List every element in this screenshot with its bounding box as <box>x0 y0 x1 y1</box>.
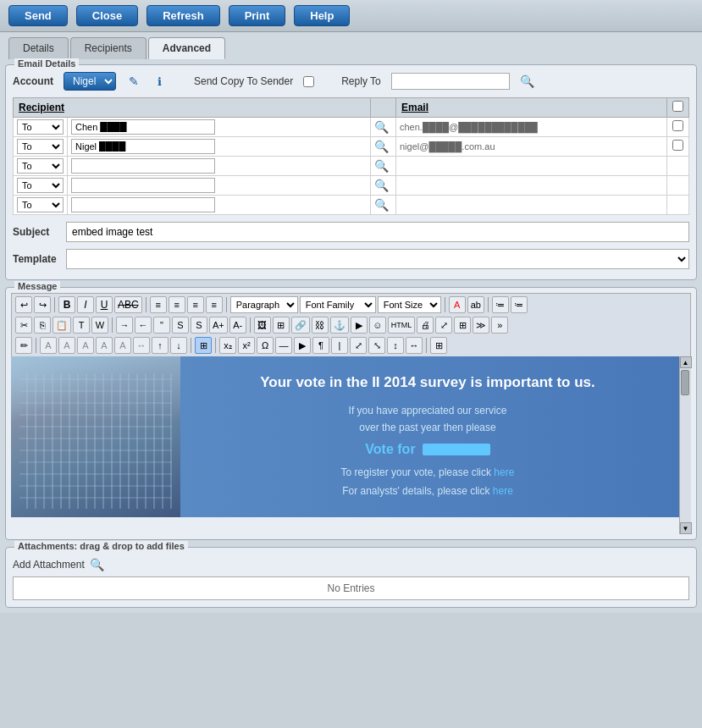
select-all-checkbox[interactable] <box>672 101 683 112</box>
align-center-button[interactable]: ≡ <box>169 296 185 313</box>
send-copy-checkbox[interactable] <box>303 76 314 87</box>
undo-button[interactable]: ↩ <box>15 296 32 313</box>
italic-button[interactable]: I <box>77 296 94 313</box>
format-btn2[interactable]: A <box>58 337 75 354</box>
strikethrough-button[interactable]: ABC <box>114 296 142 313</box>
recipient-type-select[interactable]: ToCCBCC <box>17 197 64 212</box>
template-select[interactable] <box>66 249 689 269</box>
drag-btn4[interactable]: ↔ <box>406 337 423 354</box>
tab-recipients[interactable]: Recipients <box>70 37 146 59</box>
tab-advanced[interactable]: Advanced <box>148 37 225 59</box>
bullet-list-button[interactable]: ≔ <box>492 296 509 313</box>
account-select[interactable]: Nigel <box>64 72 116 91</box>
editor-scrollbar[interactable]: ▲ ▼ <box>679 356 691 534</box>
justify-button[interactable]: ≡ <box>206 296 223 313</box>
scroll-track[interactable] <box>680 368 691 522</box>
flash-button[interactable]: ▶ <box>351 317 368 334</box>
font-size-select[interactable]: Font Size <box>378 296 441 313</box>
para-btn[interactable]: ¶ <box>312 337 329 354</box>
click-here-link-2[interactable]: here <box>493 485 513 497</box>
recipient-checkbox[interactable] <box>672 120 683 131</box>
redo-button[interactable]: ↪ <box>34 296 51 313</box>
underline-button[interactable]: U <box>96 296 113 313</box>
insert-table-button[interactable]: ⊞ <box>273 317 290 334</box>
recipient-name-input[interactable] <box>71 139 215 154</box>
info-icon[interactable]: ℹ <box>152 74 167 89</box>
align-left-button[interactable]: ≡ <box>150 296 167 313</box>
click-here-link-1[interactable]: here <box>494 466 514 478</box>
recipient-search-icon[interactable]: 🔍 <box>374 159 389 173</box>
hr-button[interactable]: — <box>275 337 292 354</box>
recipient-search-icon[interactable]: 🔍 <box>374 120 389 134</box>
recipient-name-input[interactable] <box>71 119 215 135</box>
recipient-search-icon[interactable]: 🔍 <box>374 198 389 212</box>
cut-button[interactable]: ✂ <box>15 317 32 334</box>
recipient-name-input[interactable] <box>71 178 215 193</box>
align-right-button[interactable]: ≡ <box>187 296 204 313</box>
paste-text-button[interactable]: T <box>73 317 90 334</box>
more-btn2[interactable]: » <box>491 317 508 334</box>
format-btn1[interactable]: A <box>40 337 57 354</box>
anchor-button[interactable]: ⚓ <box>330 317 349 334</box>
bold-button[interactable]: B <box>58 296 75 313</box>
recipient-checkbox[interactable] <box>672 140 683 151</box>
grid-btn[interactable]: ⊞ <box>430 337 447 354</box>
scroll-thumb[interactable] <box>681 370 689 395</box>
drag-btn1[interactable]: ⤢ <box>350 337 367 354</box>
tab-details[interactable]: Details <box>8 37 69 59</box>
sub-button[interactable]: x₂ <box>219 337 236 354</box>
reply-to-search-icon[interactable]: 🔍 <box>520 74 534 88</box>
blockquote-button[interactable]: " <box>153 317 170 334</box>
edit-btn1[interactable]: ✏ <box>15 337 32 354</box>
recipient-type-select[interactable]: ToCCBCC <box>17 178 64 193</box>
print-button[interactable]: Print <box>229 5 286 26</box>
scroll-up-arrow[interactable]: ▲ <box>680 356 692 368</box>
source-button[interactable]: ⊞ <box>454 317 471 334</box>
insert-image-button[interactable]: 🖼 <box>254 317 271 334</box>
edit-icon[interactable]: ✎ <box>126 74 141 89</box>
format-btn7[interactable]: ↑ <box>152 337 169 354</box>
table-insert-button[interactable]: ⊞ <box>195 337 212 354</box>
style2-button[interactable]: S <box>191 317 207 334</box>
send-button[interactable]: Send <box>8 5 68 26</box>
format-btn5[interactable]: A <box>114 337 131 354</box>
recipient-name-input[interactable] <box>71 197 215 212</box>
drag-btn3[interactable]: ↕ <box>387 337 404 354</box>
add-attachment-search-icon[interactable]: 🔍 <box>90 558 104 571</box>
html-button[interactable]: HTML <box>388 317 416 334</box>
format-btn8[interactable]: ↓ <box>170 337 187 354</box>
scroll-down-arrow[interactable]: ▼ <box>680 522 692 534</box>
help-button[interactable]: Help <box>294 5 350 26</box>
highlight-button[interactable]: ab <box>467 296 484 313</box>
close-button[interactable]: Close <box>76 5 138 26</box>
style1-button[interactable]: S <box>172 317 189 334</box>
smiley-button[interactable]: ☺ <box>369 317 386 334</box>
recipient-name-input[interactable] <box>71 158 215 174</box>
recipient-type-select[interactable]: ToCCBCC <box>17 119 64 135</box>
recipient-type-select[interactable]: ToCCBCC <box>17 139 64 154</box>
format-btn4[interactable]: A <box>96 337 113 354</box>
copy-button[interactable]: ⎘ <box>34 317 51 334</box>
outdent-button[interactable]: ← <box>135 317 152 334</box>
omega-button[interactable]: Ω <box>257 337 274 354</box>
drag-btn2[interactable]: ⤡ <box>368 337 385 354</box>
misc-btn1[interactable]: | <box>331 337 348 354</box>
numbered-list-button[interactable]: ≔ <box>511 296 528 313</box>
paragraph-style-select[interactable]: Paragraph <box>230 296 298 313</box>
recipient-type-select[interactable]: ToCCBCC <box>17 158 64 174</box>
insert-link-button[interactable]: 🔗 <box>291 317 310 334</box>
font-color-button[interactable]: A <box>449 296 466 313</box>
indent-button[interactable]: → <box>116 317 133 334</box>
reply-to-input[interactable] <box>391 73 510 90</box>
sup-button[interactable]: x² <box>238 337 255 354</box>
font-size-inc-button[interactable]: A+ <box>209 317 228 334</box>
recipient-search-icon[interactable]: 🔍 <box>374 140 389 153</box>
subject-input[interactable] <box>66 222 689 242</box>
font-size-dec-button[interactable]: A- <box>229 317 246 334</box>
more-btn1[interactable]: ≫ <box>473 317 489 334</box>
refresh-button[interactable]: Refresh <box>146 5 219 26</box>
print-editor-button[interactable]: 🖨 <box>417 317 434 334</box>
recipient-search-icon[interactable]: 🔍 <box>374 179 389 192</box>
maximize-button[interactable]: ⤢ <box>435 317 452 334</box>
media-btn1[interactable]: ▶ <box>294 337 311 354</box>
